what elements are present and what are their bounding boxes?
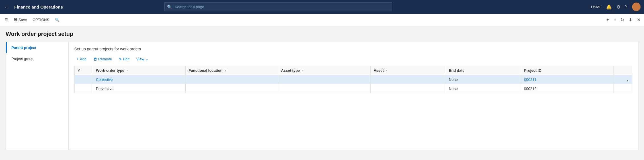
sidebar-item-label: Parent project xyxy=(11,46,36,50)
main-card: Parent project Project group Set up pare… xyxy=(6,42,638,150)
cell-end-date: None xyxy=(446,75,521,84)
cell-project-id: 000212 xyxy=(521,84,614,93)
chevron-down-icon: ⌄ xyxy=(626,77,629,82)
cell-end-date: None xyxy=(446,84,521,93)
end-date-value: None xyxy=(449,87,458,91)
row-check[interactable] xyxy=(75,84,93,93)
col-header-label: Project ID xyxy=(524,68,542,73)
sidebar-item-parent-project[interactable]: Parent project xyxy=(6,42,68,53)
toolbar: ☰ 🖫 Save OPTIONS 🔍 ✦ ◦ ↻ ⬇ ✕ xyxy=(0,14,644,26)
sort-icon: ↑ xyxy=(302,69,304,72)
search-container: 🔍 xyxy=(164,2,392,11)
table-row[interactable]: Corrective None xyxy=(75,75,632,84)
remove-button[interactable]: 🗑 Remove xyxy=(91,56,114,62)
col-functional-location[interactable]: Functional location ↑ xyxy=(186,66,278,75)
check-icon: ✓ xyxy=(77,68,81,73)
settings-icon[interactable]: ⚙ xyxy=(616,4,620,10)
top-nav-right: USMF 🔔 ⚙ ? xyxy=(591,3,641,11)
hamburger-button[interactable]: ☰ xyxy=(2,17,10,23)
col-header-label: Asset xyxy=(374,68,383,73)
sidebar-item-project-group[interactable]: Project group xyxy=(6,53,68,64)
view-label: View xyxy=(136,57,144,61)
cell-asset xyxy=(371,84,446,93)
save-icon: 🖫 xyxy=(14,18,17,22)
col-checkbox: ✓ xyxy=(75,66,93,75)
cell-work-order-type[interactable]: Corrective xyxy=(93,75,186,84)
col-header-label: End date xyxy=(449,68,465,73)
col-asset[interactable]: Asset ↑ xyxy=(371,66,446,75)
edit-button[interactable]: ✎ Edit xyxy=(116,56,132,62)
project-id-value: 000212 xyxy=(524,87,536,91)
page-title: Work order project setup xyxy=(6,31,638,37)
hamburger-icon: ☰ xyxy=(5,18,8,22)
cell-asset xyxy=(371,75,446,84)
toolbar-search-icon: 🔍 xyxy=(55,18,60,22)
cell-functional-location xyxy=(186,84,278,93)
app-title: Finance and Operations xyxy=(14,5,63,9)
diamond-icon[interactable]: ✦ xyxy=(605,16,611,24)
remove-label: Remove xyxy=(98,57,112,61)
search-input[interactable] xyxy=(164,2,392,11)
add-button[interactable]: + Add xyxy=(74,56,89,62)
row-expand xyxy=(614,84,632,93)
toolbar-search-button[interactable]: 🔍 xyxy=(53,17,62,23)
avatar[interactable] xyxy=(632,3,641,11)
sort-icon: ↑ xyxy=(126,69,128,72)
project-id-link[interactable]: 000211 xyxy=(524,77,536,82)
col-work-order-type[interactable]: Work order type ↑ xyxy=(93,66,186,75)
panel-description: Set up parent projects for work orders xyxy=(74,47,632,51)
row-check[interactable] xyxy=(75,75,93,84)
action-bar: + Add 🗑 Remove ✎ Edit View ⌄ xyxy=(74,56,632,62)
close-icon[interactable]: ✕ xyxy=(636,16,642,24)
save-button[interactable]: 🖫 Save xyxy=(11,17,29,23)
col-end-date[interactable]: End date xyxy=(446,66,521,75)
data-table: ✓ Work order type ↑ Functional location … xyxy=(74,66,632,93)
row-expand[interactable]: ⌄ xyxy=(614,75,632,84)
open-in-new-icon[interactable]: ⬇ xyxy=(627,16,633,24)
content-panel: Set up parent projects for work orders +… xyxy=(69,42,638,150)
cell-asset-type xyxy=(278,75,371,84)
edit-label: Edit xyxy=(123,57,129,61)
options-label: OPTIONS xyxy=(33,18,50,22)
notification-icon[interactable]: 🔔 xyxy=(606,4,612,10)
toolbar-right-actions: ✦ ◦ ↻ ⬇ ✕ xyxy=(605,16,642,24)
side-navigation: Parent project Project group xyxy=(6,42,69,150)
remove-icon: 🗑 xyxy=(93,57,97,61)
chevron-down-icon: ⌄ xyxy=(145,57,149,61)
end-date-value: None xyxy=(449,77,458,82)
col-project-id[interactable]: Project ID xyxy=(521,66,614,75)
company-label: USMF xyxy=(591,5,602,9)
main-content: Work order project setup Parent project … xyxy=(0,26,644,160)
work-order-type-value: Preventive xyxy=(96,87,113,91)
save-label: Save xyxy=(19,18,27,22)
sort-icon: ↑ xyxy=(225,69,226,72)
col-header-label: Functional location xyxy=(188,68,222,73)
col-asset-type[interactable]: Asset type ↑ xyxy=(278,66,371,75)
table-header-row: ✓ Work order type ↑ Functional location … xyxy=(75,66,632,75)
cell-functional-location xyxy=(186,75,278,84)
sort-icon: ↑ xyxy=(386,69,387,72)
col-header-label: Asset type xyxy=(281,68,300,73)
add-icon: + xyxy=(77,57,79,61)
col-header-label: Work order type xyxy=(96,68,124,73)
work-order-type-link[interactable]: Corrective xyxy=(96,77,113,82)
table-row[interactable]: Preventive None xyxy=(75,84,632,93)
help-icon[interactable]: ? xyxy=(625,4,627,9)
edit-icon: ✎ xyxy=(119,57,122,61)
sidebar-item-label: Project group xyxy=(11,57,33,61)
refresh-icon[interactable]: ↻ xyxy=(619,16,625,24)
grid-icon[interactable]: ⋯ xyxy=(3,3,11,11)
top-navigation: ⋯ Finance and Operations 🔍 USMF 🔔 ⚙ ? xyxy=(0,0,644,14)
col-expand xyxy=(614,66,632,75)
cell-asset-type xyxy=(278,84,371,93)
view-button[interactable]: View ⌄ xyxy=(134,56,151,62)
add-label: Add xyxy=(80,57,87,61)
options-button[interactable]: OPTIONS xyxy=(30,17,52,23)
cell-project-id[interactable]: 000211 xyxy=(521,75,614,84)
office-icon[interactable]: ◦ xyxy=(613,16,617,24)
cell-work-order-type: Preventive xyxy=(93,84,186,93)
